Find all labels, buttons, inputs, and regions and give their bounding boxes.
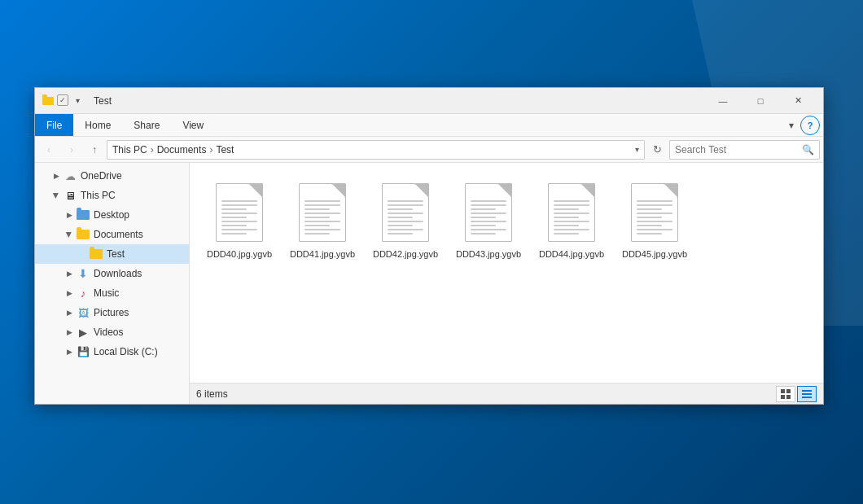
svg-rect-6 [802,397,812,398]
doc-icon [548,183,595,242]
pictures-icon: 🖼 [76,306,90,319]
search-icon[interactable]: 🔍 [802,144,814,156]
menu-tab-view[interactable]: View [171,114,215,136]
window-controls: — □ ✕ [704,88,817,114]
sidebar-item-pictures[interactable]: ▶ 🖼 Pictures [35,303,189,322]
breadcrumb-dropdown[interactable]: ▾ [635,145,639,154]
sidebar-item-documents[interactable]: ▶ Documents [35,225,189,244]
refresh-button[interactable]: ↻ [646,139,668,160]
sidebar-label-downloads: Downloads [94,268,142,279]
status-count: 6 items [196,388,776,400]
explorer-window: ✓ ▾ Test — □ ✕ File Home Share View ▾ ? … [34,87,824,405]
back-button[interactable]: ‹ [38,139,59,160]
sidebar-label-documents: Documents [94,229,143,240]
svg-rect-2 [781,395,785,399]
sidebar-item-videos[interactable]: ▶ ▶ Videos [35,322,189,342]
close-button[interactable]: ✕ [779,88,817,114]
music-icon: ♪ [76,287,90,300]
view-grid-button[interactable] [776,386,795,402]
sidebar-label-desktop: Desktop [94,209,129,221]
window-body: ▶ ☁ OneDrive ▶ 🖥 This PC ▶ Desktop ▶ [35,163,823,404]
sidebar-item-downloads[interactable]: ▶ ⬇ Downloads [35,264,189,283]
file-icon-wrap [210,179,269,246]
expand-arrow-music: ▶ [63,287,76,300]
svg-rect-3 [786,395,791,399]
sidebar-label-localdisk: Local Disk (C:) [94,346,158,357]
svg-rect-4 [802,390,812,392]
title-bar: ✓ ▾ Test — □ ✕ [35,88,823,114]
expand-arrow-onedrive: ▶ [50,169,63,182]
expand-arrow-videos: ▶ [63,326,76,339]
file-item[interactable]: DDD42.jpg.ygvb [369,176,442,263]
sidebar-label-thispc: This PC [81,190,116,201]
breadcrumb: This PC › Documents › Test [112,144,234,156]
doc-icon [299,183,346,242]
file-name: DDD42.jpg.ygvb [373,248,438,260]
file-item[interactable]: DDD40.jpg.ygvb [203,176,276,263]
menu-tab-share[interactable]: Share [122,114,171,136]
doc-icon [465,183,512,242]
view-list-button[interactable] [797,386,817,402]
sidebar: ▶ ☁ OneDrive ▶ 🖥 This PC ▶ Desktop ▶ [35,163,190,404]
up-button[interactable]: ↑ [84,139,105,160]
sidebar-label-onedrive: OneDrive [81,170,122,182]
pc-icon: 🖥 [63,189,77,202]
file-item[interactable]: DDD45.jpg.ygvb [618,176,691,263]
sidebar-label-videos: Videos [94,327,123,338]
doc-icon [631,183,678,242]
search-input[interactable] [675,144,802,156]
sidebar-item-test[interactable]: ▶ Test [35,244,189,264]
file-name: DDD45.jpg.ygvb [622,248,687,260]
expand-arrow-desktop: ▶ [63,208,76,221]
doc-icon [216,183,263,242]
minimize-button[interactable]: — [704,88,742,114]
file-item[interactable]: DDD43.jpg.ygvb [452,176,525,263]
menu-bar: File Home Share View ▾ ? [35,114,823,137]
window-title: Test [94,95,704,107]
main-content: DDD40.jpg.ygvb DDD [190,163,823,404]
sidebar-item-thispc[interactable]: ▶ 🖥 This PC [35,186,189,205]
file-icon-wrap [459,179,518,246]
menu-chevron[interactable]: ▾ [782,120,800,131]
checkmark-icon: ✓ [57,94,68,106]
file-item[interactable]: DDD44.jpg.ygvb [535,176,608,263]
sidebar-label-music: Music [94,287,119,299]
file-item[interactable]: DDD41.jpg.ygvb [286,176,359,263]
file-name: DDD44.jpg.ygvb [539,248,604,260]
sidebar-item-desktop[interactable]: ▶ Desktop [35,205,189,225]
expand-arrow-downloads: ▶ [63,267,76,280]
downloads-icon: ⬇ [76,267,90,280]
status-bar: 6 items [190,383,823,404]
folder-icon-desktop [76,208,90,221]
maximize-button[interactable]: □ [742,88,779,114]
breadcrumb-item-documents[interactable]: Documents [157,144,207,156]
cloud-icon: ☁ [63,169,77,182]
file-icon-wrap [376,179,435,246]
sidebar-item-music[interactable]: ▶ ♪ Music [35,283,189,303]
help-button[interactable]: ? [800,116,820,135]
arrow-icon: ▾ [71,94,84,107]
svg-rect-5 [802,393,812,395]
sidebar-item-onedrive[interactable]: ▶ ☁ OneDrive [35,166,189,186]
disk-icon: 💾 [76,345,90,358]
sidebar-item-localdisk[interactable]: ▶ 💾 Local Disk (C:) [35,342,189,362]
file-name: DDD41.jpg.ygvb [290,248,355,260]
file-icon-wrap [542,179,601,246]
expand-arrow-localdisk: ▶ [63,345,76,358]
menu-tab-file[interactable]: File [35,114,73,136]
file-name: DDD40.jpg.ygvb [207,248,272,260]
expand-arrow-pictures: ▶ [63,306,76,319]
breadcrumb-item-thispc[interactable]: This PC [112,144,147,156]
expand-arrow-thispc: ▶ [50,189,63,202]
svg-rect-0 [781,389,785,393]
search-box: 🔍 [669,140,820,160]
title-bar-icons: ✓ ▾ [42,94,84,107]
menu-tab-home[interactable]: Home [73,114,122,136]
forward-button[interactable]: › [61,139,82,160]
file-icon-wrap [293,179,352,246]
file-area: DDD40.jpg.ygvb DDD [190,163,823,383]
file-name: DDD43.jpg.ygvb [456,248,521,260]
svg-rect-1 [786,389,791,393]
breadcrumb-item-test[interactable]: Test [216,144,234,156]
videos-icon: ▶ [76,326,90,339]
